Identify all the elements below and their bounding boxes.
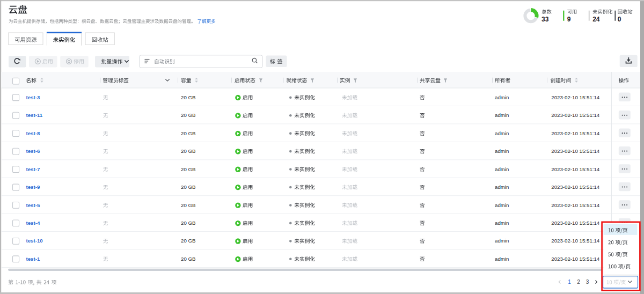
svg-text:20 GB: 20 GB [181, 238, 195, 244]
svg-text:admin: admin [495, 112, 509, 118]
svg-text:2023-02-10 15:51:14: 2023-02-10 15:51:14 [551, 148, 600, 154]
svg-text:test-6: test-6 [26, 148, 40, 154]
svg-text:test-10: test-10 [26, 238, 43, 244]
svg-text:2023-02-10 15:51:14: 2023-02-10 15:51:14 [551, 184, 600, 190]
svg-text:admin: admin [495, 130, 509, 136]
svg-text:test-3: test-3 [26, 94, 40, 100]
svg-text:test-7: test-7 [26, 166, 40, 172]
svg-text:20 GB: 20 GB [181, 220, 195, 226]
svg-text:admin: admin [495, 238, 509, 244]
svg-text:0: 0 [618, 16, 621, 23]
svg-text:2023-02-10 15:51:14: 2023-02-10 15:51:14 [551, 130, 600, 136]
svg-text:admin: admin [495, 166, 509, 172]
svg-text:2023-02-10 15:51:14: 2023-02-10 15:51:14 [551, 94, 600, 100]
svg-text:33: 33 [541, 16, 549, 23]
svg-text:2023-02-10 15:51:14: 2023-02-10 15:51:14 [551, 238, 600, 244]
svg-text:test-11: test-11 [26, 112, 43, 118]
svg-text:20 GB: 20 GB [181, 202, 195, 208]
svg-text:20 GB: 20 GB [181, 94, 195, 100]
svg-text:20 GB: 20 GB [181, 148, 195, 154]
svg-text:test-9: test-9 [26, 184, 40, 190]
svg-text:test-8: test-8 [26, 130, 40, 136]
svg-text:admin: admin [495, 184, 509, 190]
svg-text:admin: admin [495, 202, 509, 208]
svg-text:20 GB: 20 GB [181, 112, 195, 118]
svg-text:admin: admin [495, 220, 509, 226]
svg-text:1: 1 [568, 279, 571, 285]
svg-text:9: 9 [567, 16, 571, 23]
svg-text:test-1: test-1 [26, 256, 40, 262]
svg-text:20 GB: 20 GB [181, 184, 195, 190]
svg-text:3: 3 [586, 279, 589, 285]
svg-text:2: 2 [577, 279, 580, 285]
svg-text:2023-02-10 15:51:14: 2023-02-10 15:51:14 [551, 220, 600, 226]
svg-text:admin: admin [495, 256, 509, 262]
svg-text:2023-02-10 15:51:14: 2023-02-10 15:51:14 [551, 202, 600, 208]
svg-text:20 GB: 20 GB [181, 256, 195, 262]
svg-text:20 GB: 20 GB [181, 130, 195, 136]
svg-text:20 GB: 20 GB [181, 166, 195, 172]
svg-text:test-4: test-4 [26, 220, 40, 226]
svg-text:test-5: test-5 [26, 202, 40, 208]
svg-text:24: 24 [592, 16, 600, 23]
svg-text:2023-02-10 15:51:14: 2023-02-10 15:51:14 [551, 112, 600, 118]
svg-text:2023-02-10 15:51:14: 2023-02-10 15:51:14 [551, 256, 600, 262]
svg-text:admin: admin [495, 148, 509, 154]
svg-text:admin: admin [495, 94, 509, 100]
svg-text:2023-02-10 15:51:14: 2023-02-10 15:51:14 [551, 166, 600, 172]
